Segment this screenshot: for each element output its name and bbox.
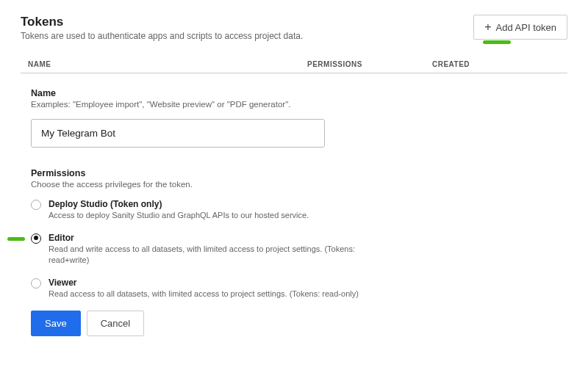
name-field-hint: Examples: "Employee import", "Website pr…: [31, 100, 567, 109]
table-header: NAME PERMISSIONS CREATED: [21, 60, 567, 73]
column-header-name: NAME: [21, 60, 307, 68]
cancel-button[interactable]: Cancel: [87, 311, 144, 336]
column-header-permissions: PERMISSIONS: [307, 60, 432, 68]
radio-icon: [31, 233, 41, 244]
page-subtitle: Tokens are used to authenticate apps and…: [21, 31, 473, 41]
annotation-mark: [483, 40, 511, 44]
permission-option-viewer[interactable]: Viewer Read access to all datasets, with…: [31, 278, 567, 300]
permission-option-title: Deploy Studio (Token only): [49, 199, 365, 209]
radio-icon: [31, 200, 41, 210]
permission-option-deploy-studio[interactable]: Deploy Studio (Token only) Access to dep…: [31, 199, 567, 221]
save-button[interactable]: Save: [31, 311, 81, 336]
name-input[interactable]: [31, 119, 325, 148]
annotation-mark: [7, 237, 25, 241]
name-field-label: Name: [31, 88, 567, 98]
plus-icon: +: [484, 21, 491, 33]
add-api-token-button[interactable]: + Add API token: [473, 15, 567, 40]
permission-option-desc: Read access to all datasets, with limite…: [49, 289, 365, 300]
permission-option-title: Viewer: [49, 278, 365, 288]
permission-option-title: Editor: [49, 233, 365, 243]
permission-option-desc: Access to deploy Sanity Studio and Graph…: [49, 210, 365, 221]
add-api-token-label: Add API token: [496, 22, 556, 33]
radio-icon: [31, 278, 41, 289]
page-title: Tokens: [21, 15, 473, 29]
permission-option-desc: Read and write access to all datasets, w…: [49, 244, 365, 266]
column-header-created: CREATED: [432, 60, 567, 68]
permissions-field-hint: Choose the access privileges for the tok…: [31, 180, 567, 189]
permissions-field-label: Permissions: [31, 168, 567, 178]
permission-option-editor[interactable]: Editor Read and write access to all data…: [31, 233, 567, 266]
